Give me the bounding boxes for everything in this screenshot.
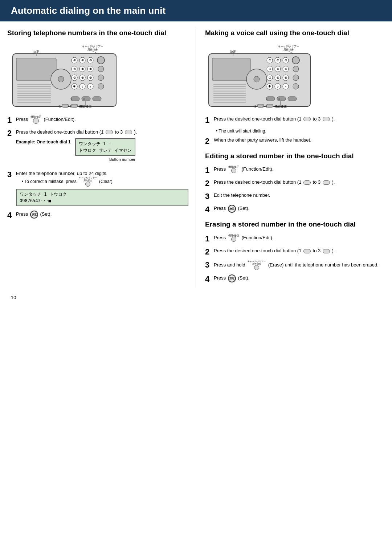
erase-one-touch-3 xyxy=(323,249,330,253)
svg-text:⑨: ⑨ xyxy=(89,76,92,80)
svg-text:②: ② xyxy=(81,59,84,62)
svg-text:⑧: ⑧ xyxy=(277,76,279,80)
left-column: Storing telephone numbers in the one-tou… xyxy=(7,29,196,288)
svg-text:用件消去: 用件消去 xyxy=(283,48,294,51)
erase-step-1: 1 Press 機能/修正 (Function/Edit). xyxy=(205,234,385,243)
set-button-left: 決定 xyxy=(30,211,38,219)
step-4-content: Press 決定 (Set). xyxy=(16,211,188,219)
svg-text:⑨: ⑨ xyxy=(285,76,287,80)
svg-text:①: ① xyxy=(73,59,76,62)
left-step-1: 1 Press 機能/修正 (Function/Edit). xyxy=(7,115,188,124)
erase-step-2-content: Press the desired one-touch dial button … xyxy=(214,247,385,254)
svg-rect-58 xyxy=(71,104,78,107)
right-column: Making a voice call using the one-touch … xyxy=(196,29,385,288)
step-4-set: (Set). xyxy=(40,212,52,217)
svg-rect-104 xyxy=(288,97,297,101)
right-voice-step-number-1: 1 xyxy=(205,116,212,124)
svg-text:①: ① xyxy=(269,59,271,62)
svg-text:③: ③ xyxy=(285,59,287,62)
edit-step-2: 2 Press the desired one-touch dial butto… xyxy=(205,179,385,187)
edit-step-number-2: 2 xyxy=(205,179,212,187)
svg-line-111 xyxy=(289,51,294,54)
left-section-title: Storing telephone numbers in the one-tou… xyxy=(7,29,188,38)
one-touch-btn-1 xyxy=(106,130,113,134)
erase-step-2: 2 Press the desired one-touch dial butto… xyxy=(205,247,385,256)
svg-point-73 xyxy=(254,76,260,82)
edit-step-3-content: Edit the telephone number. xyxy=(214,192,385,199)
svg-text:④: ④ xyxy=(73,68,76,71)
erase-step-4-content: Press 決定 (Set). xyxy=(214,274,385,282)
right-voice-step-1: 1 Press the desired one-touch dial butto… xyxy=(205,115,385,124)
set-button-edit: 決定 xyxy=(228,205,236,213)
right-voice-step-2-text: When the other party answers, lift the h… xyxy=(214,137,311,143)
left-step-2: 2 Press the desired one-touch dial butto… xyxy=(7,129,188,166)
edit-step-number-4: 4 xyxy=(205,205,212,213)
svg-text:②: ② xyxy=(277,59,279,62)
edit-step-4: 4 Press 決定 (Set). xyxy=(205,205,385,213)
set-button-erase: 決定 xyxy=(228,274,236,282)
erase-one-touch-1 xyxy=(303,249,311,253)
step-1-text-func: (Function/Edit). xyxy=(44,117,75,122)
step-4-press: Press xyxy=(16,212,29,217)
svg-text:⑦: ⑦ xyxy=(73,76,76,80)
svg-text:1: 1 xyxy=(254,105,256,108)
svg-text:③: ③ xyxy=(89,59,92,62)
svg-point-87 xyxy=(293,66,299,72)
left-step-3: 3 Enter the telephone number, up to 24 d… xyxy=(7,170,188,207)
svg-point-21 xyxy=(97,57,105,64)
edit-one-touch-1 xyxy=(303,180,311,185)
erase-func-btn: 機能/修正 xyxy=(228,234,239,242)
svg-point-42 xyxy=(98,83,104,89)
svg-text:決定: 決定 xyxy=(230,50,236,53)
svg-text:⑥: ⑥ xyxy=(285,68,287,71)
svg-text:⑦: ⑦ xyxy=(269,76,271,80)
left-phone-diagram: ① ② ③ ④ ⑤ ⑥ ⑦ ⑧ xyxy=(7,43,188,111)
svg-point-94 xyxy=(293,75,299,81)
right-voice-step-1-content: Press the desired one-touch dial button … xyxy=(214,115,385,123)
svg-text:#: # xyxy=(285,85,287,88)
erase-step-number-4: 4 xyxy=(205,275,212,283)
page-number: 10 xyxy=(11,295,16,300)
svg-text:⑤: ⑤ xyxy=(81,68,84,71)
erase-step-number-1: 1 xyxy=(205,235,212,243)
edit-step-number-3: 3 xyxy=(205,192,212,200)
right-one-touch-btn-3 xyxy=(323,117,330,121)
left-step-4: 4 Press 決定 (Set). xyxy=(7,211,188,219)
step-3-text: Enter the telephone number, up to 24 dig… xyxy=(16,171,107,176)
svg-text:0: 0 xyxy=(82,85,83,88)
svg-text:用件消去: 用件消去 xyxy=(87,48,98,51)
step-2-content: Press the desired one-touch dial button … xyxy=(16,129,188,166)
right-voice-step-number-2: 2 xyxy=(205,137,212,145)
right-top-section: Making a voice call using the one-touch … xyxy=(205,29,385,145)
erase-step-3-content: Press and hold キャッチ/クリアー用件消去 (Erase) unt… xyxy=(214,260,385,270)
step-3-bullet: To correct a mistake, press キャッチ/クリアー用件消… xyxy=(22,177,188,187)
svg-text:決定: 決定 xyxy=(33,50,39,53)
lcd-line1: ワンタッチ 1 − xyxy=(79,140,132,147)
svg-point-14 xyxy=(58,76,64,82)
erase-step-4: 4 Press 決定 (Set). xyxy=(205,274,385,283)
svg-text:⑥: ⑥ xyxy=(89,68,92,71)
svg-text:キャッチ/クリアー: キャッチ/クリアー xyxy=(278,45,299,48)
one-touch-btn-3 xyxy=(125,130,132,134)
clear-btn-label: キャッチ/クリアー用件消去 xyxy=(79,177,97,187)
right-bot-section: Erasing a stored number in the one-touch… xyxy=(205,220,385,283)
step-1-content: Press 機能/修正 (Function/Edit). xyxy=(16,115,188,124)
lcd-display-1: ワンタッチ 1 − トウロク サレテ イマセン xyxy=(75,138,135,156)
svg-point-35 xyxy=(98,75,104,81)
step-3-content: Enter the telephone number, up to 24 dig… xyxy=(16,170,188,207)
svg-point-80 xyxy=(292,57,299,64)
erase-step-number-2: 2 xyxy=(205,248,212,256)
edit-step-3: 3 Edit the telephone number. xyxy=(205,192,385,200)
edit-one-touch-3 xyxy=(323,180,330,185)
svg-text:④: ④ xyxy=(269,68,271,71)
right-mid-section: Editing a stored number in the one-touch… xyxy=(205,152,385,214)
page-header: Automatic dialing on the main unit xyxy=(0,0,392,21)
page-number-area: 10 xyxy=(0,288,392,307)
step-1-label-above: 機能/修正 xyxy=(30,115,41,124)
svg-rect-117 xyxy=(266,104,273,107)
svg-text:1: 1 xyxy=(71,98,72,100)
right-mid-title: Editing a stored number in the one-touch… xyxy=(205,152,385,161)
svg-rect-60 xyxy=(212,58,250,81)
step-1-text-press: Press xyxy=(16,117,28,122)
example-lcd: ワンタッチ 1 − トウロク サレテ イマセン Button number xyxy=(75,138,135,163)
